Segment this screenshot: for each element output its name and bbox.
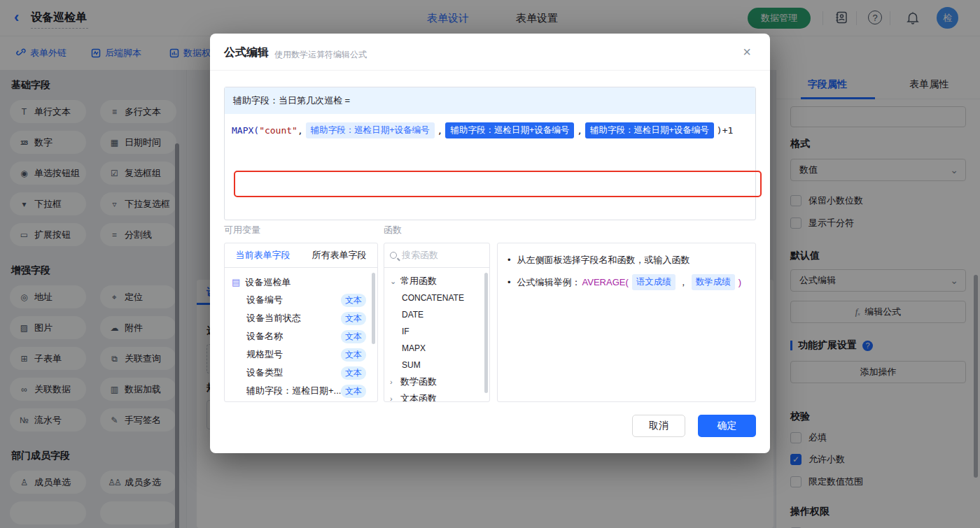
caret-closed-icon: › xyxy=(390,378,397,386)
functions-panel: 搜索函数 ⌄常用函数 CONCATENATE DATE IF MAPX SUM … xyxy=(384,243,490,402)
variable-name: 规格型号 xyxy=(246,348,341,361)
field-token[interactable]: 辅助字段：巡检日期+设备编号 xyxy=(306,122,435,138)
cancel-button[interactable]: 取消 xyxy=(632,415,685,437)
app-window: ‹ 设备巡检单 表单设计 表单设置 数据管理 ? 检 xyxy=(0,0,980,528)
formula-editor-dialog: 公式编辑 使用数学运算符编辑公式 × 辅助字段：当日第几次巡检 = MAPX("… xyxy=(210,34,770,453)
help-example-function: AVERAGE( xyxy=(582,276,629,289)
function-item[interactable]: CONCATENATE xyxy=(390,290,489,306)
variables-label: 可用变量 xyxy=(224,224,260,236)
function-item[interactable]: IF xyxy=(390,323,489,340)
formula-string-arg: "count" xyxy=(259,125,298,136)
variable-name: 辅助字段：巡检日期+... xyxy=(246,385,341,397)
function-group-math[interactable]: ›数学函数 xyxy=(390,373,489,390)
function-group-common[interactable]: ⌄常用函数 xyxy=(390,273,489,290)
dialog-header-divider xyxy=(210,70,770,71)
formula-comma: , xyxy=(438,125,443,136)
formula-editor-area[interactable]: 辅助字段：当日第几次巡检 = MAPX("count", 辅助字段：巡检日期+设… xyxy=(224,87,756,220)
formula-comma: , xyxy=(577,125,582,136)
variable-name: 设备类型 xyxy=(246,366,341,379)
type-badge: 文本 xyxy=(341,294,366,307)
formula-expression[interactable]: MAPX("count", 辅助字段：巡检日期+设备编号 , 辅助字段：巡检日期… xyxy=(225,114,755,138)
functions-scrollbar[interactable] xyxy=(484,273,488,393)
function-item[interactable]: MAPX xyxy=(390,340,489,357)
annotation-red-box xyxy=(234,171,762,197)
variable-name: 设备当前状态 xyxy=(246,312,341,324)
variable-item[interactable]: 设备类型文本 xyxy=(232,364,370,382)
document-icon: ▤ xyxy=(232,277,240,287)
function-group-label: 常用函数 xyxy=(400,275,437,287)
variable-item[interactable]: 设备当前状态文本 xyxy=(232,309,370,327)
variables-panel: 当前表单字段 所有表单字段 ▤ 设备巡检单 设备编号文本 设备当前状态文本 设备… xyxy=(224,243,378,402)
tree-root-form[interactable]: ▤ 设备巡检单 xyxy=(232,273,370,291)
type-badge: 文本 xyxy=(341,312,366,325)
help-example-close-paren: ) xyxy=(738,276,741,289)
variables-tabs: 当前表单字段 所有表单字段 xyxy=(225,243,377,268)
confirm-button[interactable]: 确定 xyxy=(698,415,756,437)
formula-function-name: MAPX( xyxy=(232,125,259,136)
field-token-selected[interactable]: 辅助字段：巡检日期+设备编号 xyxy=(445,122,574,138)
type-badge: 文本 xyxy=(341,330,366,343)
field-token-selected[interactable]: 辅助字段：巡检日期+设备编号 xyxy=(585,122,714,138)
type-badge: 文本 xyxy=(341,385,366,398)
dialog-subtitle: 使用数学运算符编辑公式 xyxy=(274,49,367,61)
dialog-title: 公式编辑 xyxy=(224,45,269,60)
variable-item[interactable]: 设备名称文本 xyxy=(232,327,370,345)
formula-suffix: )+1 xyxy=(717,125,733,136)
formula-target-field: 辅助字段：当日第几次巡检 = xyxy=(225,87,755,114)
formula-comma: , xyxy=(298,125,303,136)
help-tip-1: • 从左侧面板选择字段名和函数，或输入函数 xyxy=(507,253,746,266)
variable-name: 设备名称 xyxy=(246,330,341,343)
help-example-prefix: 公式编辑举例： xyxy=(517,276,581,289)
search-icon xyxy=(390,252,397,259)
help-tip-text: 从左侧面板选择字段名和函数，或输入函数 xyxy=(517,253,690,266)
function-item[interactable]: SUM xyxy=(390,357,489,373)
help-example-comma: ， xyxy=(679,276,688,289)
function-group-label: 文本函数 xyxy=(400,392,437,402)
help-example-token: 数学成绩 xyxy=(692,274,735,290)
tree-root-label: 设备巡检单 xyxy=(245,276,290,289)
type-badge: 文本 xyxy=(341,366,366,380)
function-group-label: 数学函数 xyxy=(400,376,437,388)
variable-name: 设备编号 xyxy=(246,294,341,306)
type-badge: 文本 xyxy=(341,348,366,362)
bullet-icon: • xyxy=(507,253,511,266)
close-icon[interactable]: × xyxy=(738,43,755,60)
variable-item[interactable]: 规格型号文本 xyxy=(232,345,370,364)
help-example-token: 语文成绩 xyxy=(632,274,676,290)
caret-closed-icon: › xyxy=(390,394,397,402)
help-tip-2: • 公式编辑举例： AVERAGE( 语文成绩 ， 数学成绩 ) xyxy=(507,274,746,290)
bullet-icon: • xyxy=(507,276,511,289)
tab-current-form-fields[interactable]: 当前表单字段 xyxy=(225,243,301,267)
function-search[interactable]: 搜索函数 xyxy=(384,243,489,268)
variables-tree: ▤ 设备巡检单 设备编号文本 设备当前状态文本 设备名称文本 规格型号文本 设备… xyxy=(225,268,377,400)
caret-open-icon: ⌄ xyxy=(390,277,397,286)
function-group-text[interactable]: ›文本函数 xyxy=(390,390,489,402)
variables-scrollbar[interactable] xyxy=(372,273,375,344)
variable-item[interactable]: 设备编号文本 xyxy=(232,291,370,309)
tab-all-form-fields[interactable]: 所有表单字段 xyxy=(301,243,377,267)
formula-help-panel: • 从左侧面板选择字段名和函数，或输入函数 • 公式编辑举例： AVERAGE(… xyxy=(497,243,756,402)
variable-item[interactable]: 辅助字段：巡检日期+...文本 xyxy=(232,382,370,400)
functions-tree: ⌄常用函数 CONCATENATE DATE IF MAPX SUM ›数学函数… xyxy=(384,268,489,402)
function-item[interactable]: DATE xyxy=(390,306,489,323)
functions-label: 函数 xyxy=(384,224,402,236)
search-placeholder: 搜索函数 xyxy=(402,249,438,262)
